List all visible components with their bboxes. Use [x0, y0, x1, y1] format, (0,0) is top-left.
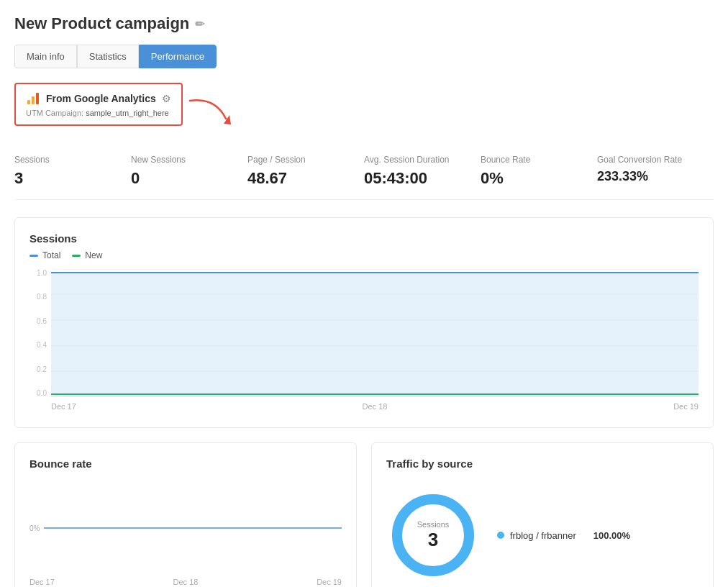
legend-new-label: New	[85, 250, 102, 260]
metric-page-session-value: 48.67	[247, 169, 352, 188]
x-label-dec17: Dec 17	[51, 402, 76, 411]
bounce-y-label: 0%	[29, 524, 40, 532]
traffic-chart-title: Traffic by source	[386, 458, 699, 470]
y-label-02: 0.2	[29, 365, 47, 373]
tabs-container: Main info Statistics Performance	[14, 45, 714, 68]
analytics-source-box: From Google Analytics ⚙ UTM Campaign: sa…	[14, 83, 183, 126]
bottom-charts-row: Bounce rate 0% Dec 17 Dec 18 Dec 19 Traf…	[14, 442, 714, 587]
utm-value: sample_utm_right_here	[86, 109, 169, 117]
svg-rect-1	[32, 96, 35, 104]
edit-icon[interactable]: ✏	[195, 17, 204, 31]
y-label-06: 0.6	[29, 317, 47, 325]
metric-avg-duration: Avg. Session Duration 05:43:00	[364, 155, 481, 188]
metric-new-sessions-value: 0	[131, 169, 236, 188]
legend-total-dot	[29, 255, 38, 257]
traffic-source-card: Traffic by source Sessions 3 frblog	[371, 442, 714, 587]
svg-rect-2	[36, 93, 39, 104]
metric-sessions-value: 3	[14, 169, 119, 188]
page-container: New Product campaign ✏ Main info Statist…	[14, 14, 714, 587]
traffic-legend: frblog / frbanner 100.00%	[497, 530, 630, 541]
legend-total: Total	[29, 250, 60, 260]
legend-new-dot	[72, 255, 81, 257]
bounce-x-dec19: Dec 19	[317, 578, 342, 586]
metric-sessions-label: Sessions	[14, 155, 119, 165]
metric-avg-duration-label: Avg. Session Duration	[364, 155, 469, 165]
analytics-title: From Google Analytics	[46, 93, 156, 104]
metric-goal-conversion: Goal Conversion Rate 233.33%	[597, 155, 714, 188]
bounce-x-axis: Dec 17 Dec 18 Dec 19	[29, 578, 342, 586]
svg-rect-0	[27, 100, 30, 104]
metric-avg-duration-value: 05:43:00	[364, 169, 469, 188]
metric-goal-conversion-value: 233.33%	[597, 169, 702, 184]
traffic-source-percent: 100.00%	[593, 530, 630, 541]
donut-section: Sessions 3 frblog / frbanner 100.00%	[386, 481, 699, 587]
tab-performance[interactable]: Performance	[139, 45, 217, 68]
metric-bounce-rate-label: Bounce Rate	[481, 155, 586, 165]
metric-sessions: Sessions 3	[14, 155, 131, 188]
bounce-chart-title: Bounce rate	[29, 458, 342, 470]
bounce-svg	[44, 481, 342, 575]
metric-bounce-rate-value: 0%	[481, 169, 586, 188]
bounce-rate-card: Bounce rate 0% Dec 17 Dec 18 Dec 19	[14, 442, 357, 587]
donut-chart: Sessions 3	[386, 488, 480, 582]
legend-total-label: Total	[42, 250, 60, 260]
donut-sessions-label: Sessions	[417, 520, 450, 529]
y-label-00: 0.0	[29, 389, 47, 397]
metric-new-sessions-label: New Sessions	[131, 155, 236, 165]
sessions-legend: Total New	[29, 250, 699, 260]
utm-label: UTM Campaign:	[26, 109, 83, 117]
sessions-svg	[51, 269, 699, 397]
metric-page-session: Page / Session 48.67	[247, 155, 364, 188]
donut-center: Sessions 3	[417, 520, 450, 551]
tab-statistics[interactable]: Statistics	[77, 45, 139, 68]
metric-page-session-label: Page / Session	[247, 155, 352, 165]
sessions-chart-card: Sessions Total New 1.0 0.8 0.6 0.4 0.2 0…	[14, 217, 714, 428]
page-title: New Product campaign ✏	[14, 14, 714, 33]
metrics-container: Sessions 3 New Sessions 0 Page / Session…	[14, 155, 714, 200]
donut-sessions-value: 3	[417, 529, 450, 551]
y-axis: 1.0 0.8 0.6 0.4 0.2 0.0	[29, 269, 51, 413]
traffic-legend-dot	[497, 532, 504, 539]
x-label-dec18: Dec 18	[363, 402, 388, 411]
y-label-04: 0.4	[29, 341, 47, 349]
bounce-x-dec17: Dec 17	[29, 578, 55, 586]
tab-main-info[interactable]: Main info	[14, 45, 77, 68]
metric-bounce-rate: Bounce Rate 0%	[481, 155, 597, 188]
y-label-10: 1.0	[29, 269, 47, 277]
traffic-legend-item: frblog / frbanner 100.00%	[497, 530, 630, 541]
y-label-08: 0.8	[29, 293, 47, 301]
bounce-x-dec18: Dec 18	[173, 578, 199, 586]
google-analytics-icon	[26, 91, 40, 106]
x-label-dec19: Dec 19	[673, 402, 699, 411]
sessions-x-axis: Dec 17 Dec 18 Dec 19	[51, 402, 699, 411]
svg-marker-3	[224, 115, 231, 124]
bounce-chart-area: 0%	[29, 481, 342, 575]
legend-new: New	[72, 250, 102, 260]
sessions-chart-title: Sessions	[29, 232, 699, 245]
settings-icon[interactable]: ⚙	[162, 93, 171, 104]
traffic-source-label: frblog / frbanner	[510, 530, 576, 541]
annotation-arrow	[186, 94, 237, 129]
metric-new-sessions: New Sessions 0	[131, 155, 247, 188]
metric-goal-conversion-label: Goal Conversion Rate	[597, 155, 702, 165]
